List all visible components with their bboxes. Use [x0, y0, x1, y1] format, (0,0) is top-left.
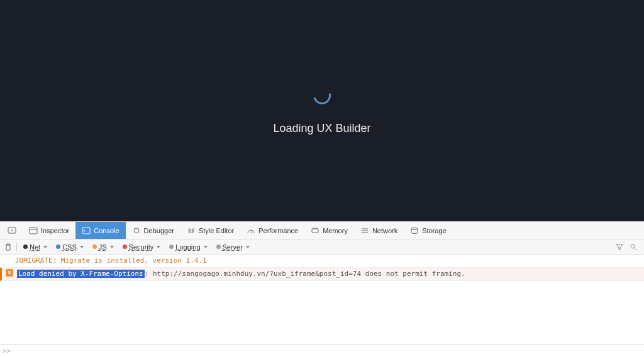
- debugger-icon: [132, 227, 141, 234]
- console-message: : http://sangogago.minhduy.vn/?uxb_ifram…: [145, 270, 465, 278]
- console-message: JQMIGRATE: Migrate is installed, version…: [15, 256, 207, 265]
- main-content: Loading UX Builder: [0, 0, 644, 221]
- filter-css-label: CSS: [62, 243, 77, 251]
- loading-text: Loading UX Builder: [273, 122, 370, 135]
- filter-security-label: Security: [129, 243, 154, 251]
- caret-down-icon: [110, 246, 114, 248]
- tab-element-picker[interactable]: [1, 222, 23, 239]
- dot-icon: [56, 244, 60, 249]
- dot-icon: [123, 244, 127, 249]
- caret-down-icon: [80, 246, 84, 248]
- picker-icon: [8, 227, 16, 234]
- filter-js-label: JS: [99, 243, 107, 251]
- console-row-info[interactable]: JQMIGRATE: Migrate is installed, version…: [0, 255, 644, 268]
- filter-security[interactable]: Security: [119, 239, 165, 254]
- filter-js[interactable]: JS: [89, 239, 118, 254]
- storage-icon: [410, 227, 419, 234]
- svg-line-16: [635, 248, 636, 250]
- tab-debugger-label: Debugger: [144, 227, 174, 234]
- tab-storage-label: Storage: [422, 227, 447, 234]
- svg-point-15: [631, 244, 635, 248]
- console-icon: [82, 227, 91, 234]
- tab-console-label: Console: [94, 227, 119, 234]
- caret-down-icon: [157, 246, 160, 248]
- svg-point-14: [411, 228, 418, 229]
- devtools-panel: Inspector Console Debugger {} Style Edit…: [0, 221, 644, 357]
- svg-rect-2: [30, 228, 37, 234]
- svg-rect-7: [312, 229, 318, 233]
- filter-logging[interactable]: Logging: [165, 239, 211, 254]
- memory-icon: [311, 227, 319, 234]
- toolbar-right: [614, 241, 641, 253]
- loading-spinner-icon: [310, 83, 334, 107]
- tab-memory[interactable]: Memory: [304, 222, 354, 239]
- svg-rect-4: [82, 228, 90, 234]
- filter-css[interactable]: CSS: [52, 239, 87, 254]
- console-toolbar: Net CSS JS Security Logging Server: [0, 239, 644, 255]
- filter-net[interactable]: Net: [19, 239, 51, 254]
- tab-debugger[interactable]: Debugger: [126, 222, 180, 239]
- svg-point-1: [11, 229, 13, 231]
- network-icon: [360, 227, 369, 234]
- filter-logging-label: Logging: [175, 243, 200, 251]
- filter-server-label: Server: [223, 243, 243, 251]
- performance-icon: [247, 227, 255, 234]
- console-highlight: Load denied by X-Frame-Options: [17, 270, 145, 278]
- console-output[interactable]: JQMIGRATE: Migrate is installed, version…: [0, 255, 644, 344]
- tab-performance[interactable]: Performance: [240, 222, 304, 239]
- caret-down-icon: [43, 246, 47, 248]
- tab-memory-label: Memory: [323, 227, 348, 234]
- tab-performance-label: Performance: [258, 227, 298, 234]
- filter-funnel-icon[interactable]: [614, 241, 625, 253]
- dot-icon: [169, 244, 174, 249]
- tab-network[interactable]: Network: [354, 222, 404, 239]
- devtools-tabs: Inspector Console Debugger {} Style Edit…: [0, 222, 644, 239]
- tab-style-editor-label: Style Editor: [199, 227, 234, 234]
- dot-icon: [216, 244, 221, 249]
- inspector-icon: [29, 227, 38, 234]
- console-row-error[interactable]: Load denied by X-Frame-Options: http://s…: [0, 268, 644, 281]
- svg-line-6: [251, 231, 252, 233]
- tab-style-editor[interactable]: {} Style Editor: [180, 222, 240, 239]
- filter-server[interactable]: Server: [213, 239, 253, 254]
- tab-inspector-label: Inspector: [41, 227, 69, 234]
- console-input[interactable]: >>: [0, 344, 644, 357]
- toolbar-separator: [16, 243, 17, 251]
- style-icon: {}: [187, 227, 196, 234]
- filter-net-label: Net: [30, 243, 40, 251]
- tab-inspector[interactable]: Inspector: [23, 222, 75, 239]
- search-icon[interactable]: [628, 241, 639, 253]
- caret-down-icon: [246, 246, 250, 248]
- console-prompt: >>: [3, 347, 11, 355]
- tab-network-label: Network: [372, 227, 397, 234]
- tab-storage[interactable]: Storage: [404, 222, 453, 239]
- dot-icon: [92, 244, 97, 249]
- trash-icon[interactable]: [3, 241, 14, 253]
- caret-down-icon: [204, 246, 208, 248]
- dot-icon: [23, 244, 28, 249]
- tab-console[interactable]: Console: [75, 222, 125, 239]
- svg-text:{}: {}: [190, 228, 193, 233]
